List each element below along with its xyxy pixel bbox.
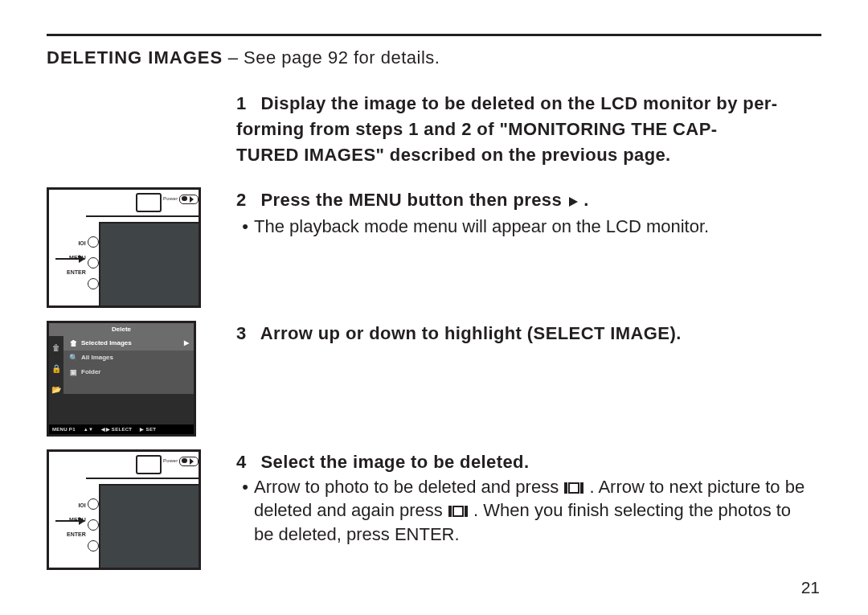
step1-line3: TURED IMAGES" described on the previous … (236, 145, 671, 165)
heading-bold: DELETING IMAGES (47, 47, 223, 68)
lock-tab-icon: 🔒 (51, 360, 62, 378)
pointer-arrow-icon (55, 520, 84, 522)
bullet-dot-icon: • (236, 475, 254, 547)
step-3-row: Delete 🗑 🔒 📂 🗑 Selected Images ▶ 🔍 All I… (47, 321, 821, 437)
footer-menu: MENU P1 (52, 427, 76, 432)
menu-item-selected-images: 🗑 Selected Images ▶ (63, 336, 194, 351)
svg-rect-6 (465, 506, 468, 517)
thumb-col-2: Power IOI MENU ENTER (47, 187, 236, 308)
menu-item-all-images: 🔍 All Images (63, 351, 194, 365)
step-number: 2 (236, 187, 256, 213)
step1-line2mid: and (424, 119, 461, 139)
mark-button-icon (448, 505, 469, 518)
s4-c: deleted and again press (254, 500, 448, 520)
right-triangle-icon (567, 189, 579, 215)
step4-bullet: • Arrow to photo to be deleted and press… (236, 475, 821, 547)
label-enter: ENTER (67, 265, 86, 280)
step-number: 1 (236, 91, 256, 117)
step-2-row: Power IOI MENU ENTER 2 Press the MENU bu… (47, 187, 821, 308)
menu-item-label: Folder (81, 368, 100, 375)
menu-item-folder: ▣ Folder (63, 365, 194, 379)
s4-d: . When you finish selecting the photos t… (473, 500, 791, 520)
menu-tab-column: 🗑 🔒 📂 (49, 336, 63, 424)
mark-button-icon (563, 482, 584, 494)
svg-rect-1 (564, 482, 567, 494)
bullet-dot-icon: • (236, 215, 254, 239)
chevron-right-icon: ▶ (184, 339, 189, 346)
lcd-screen (99, 484, 200, 569)
delete-menu-screenshot: Delete 🗑 🔒 📂 🗑 Selected Images ▶ 🔍 All I… (47, 321, 196, 437)
camera-diagram-1: Power IOI MENU ENTER (47, 187, 201, 308)
camera-diagram-2: Power IOI MENU ENTER (47, 449, 201, 570)
lcd-screen (99, 222, 200, 307)
section-heading: DELETING IMAGES – See page 92 for detail… (47, 47, 821, 68)
step-4-body: 4 Select the image to be deleted. • Arro… (236, 449, 821, 547)
svg-rect-5 (453, 506, 463, 516)
step-2-body: 2 Press the MENU button then press . • T… (236, 187, 821, 239)
svg-rect-3 (580, 482, 583, 494)
step4-text: Select the image to be deleted. (261, 452, 530, 472)
step1-refnum2: 2 (461, 117, 472, 142)
menu-footer: MENU P1 ▲▼ ◀▶ SELECT ▶ SET (49, 424, 194, 434)
step-3-body: 3 Arrow up or down to highlight (SELECT … (236, 321, 821, 346)
svg-rect-2 (569, 483, 579, 493)
enter-button-icon (88, 278, 99, 289)
step-2-instruction: 2 Press the MENU button then press . (236, 187, 821, 215)
play-triangle-icon (190, 196, 194, 203)
manual-page: DELETING IMAGES – See page 92 for detail… (0, 0, 868, 615)
step3-text: Arrow up or down to highlight (SELECT IM… (260, 323, 682, 343)
footer-updown: ▲▼ (84, 427, 93, 432)
menu-button-icon (88, 519, 99, 531)
s4-b: . Arrow to next picture to be (589, 477, 805, 497)
step-4-row: Power IOI MENU ENTER 4 Select the image … (47, 449, 821, 570)
step-1: 1 Display the image to be deleted on the… (236, 91, 821, 168)
enter-button-icon (88, 540, 99, 551)
footer-select: ◀▶ SELECT (101, 426, 132, 432)
step2-bullet: • The playback mode menu will appear on … (236, 215, 821, 239)
thumb-col-4: Power IOI MENU ENTER (47, 449, 236, 570)
power-switch-icon (179, 457, 199, 466)
label-ioi: IOI (67, 498, 86, 513)
power-label: Power (163, 196, 178, 201)
power-label: Power (163, 458, 178, 463)
step1-line1: Display the image to be deleted on the L… (261, 93, 778, 113)
step-number: 3 (236, 321, 256, 346)
step-number: 4 (236, 449, 256, 475)
lcd-top-icon (136, 193, 162, 212)
folder-tab-icon: 📂 (51, 381, 62, 399)
side-button-icon (88, 498, 99, 510)
menu-title: Delete (49, 323, 194, 336)
heading-rest: – See page 92 for details. (223, 47, 440, 68)
step2-bullet-text: The playback mode menu will appear on th… (254, 215, 709, 239)
lcd-top-icon (136, 455, 162, 474)
step1-refnum1: 1 (408, 117, 419, 142)
step2-text-before: Press the MENU button then press (261, 190, 567, 210)
menu-button-icon (88, 257, 99, 269)
label-enter: ENTER (67, 527, 86, 542)
footer-set: ▶ SET (140, 426, 156, 432)
magnifier-icon: 🔍 (68, 354, 78, 362)
step-4-instruction: 4 Select the image to be deleted. (236, 449, 821, 475)
top-rule (47, 34, 821, 36)
thumb-col-3: Delete 🗑 🔒 📂 🗑 Selected Images ▶ 🔍 All I… (47, 321, 236, 437)
svg-rect-4 (448, 506, 452, 517)
page-number: 21 (801, 578, 820, 597)
step2-text-after: . (583, 190, 589, 210)
s4-a: Arrow to photo to be deleted and press (254, 477, 563, 497)
play-triangle-icon (190, 458, 194, 465)
menu-item-label: All Images (81, 354, 113, 361)
step1-line2a: forming from steps (236, 119, 408, 139)
trash-tab-icon: 🗑 (51, 339, 62, 357)
step4-bullet-body: Arrow to photo to be deleted and press .… (254, 475, 805, 547)
power-switch-icon (179, 195, 199, 204)
grid-icon: ▣ (68, 368, 78, 376)
side-button-icon (88, 236, 99, 248)
s4-e: be deleted, press ENTER. (254, 524, 460, 544)
svg-marker-0 (569, 197, 578, 207)
menu-item-label: Selected Images (81, 339, 132, 346)
trash-icon: 🗑 (68, 339, 78, 347)
menu-panel: 🗑 Selected Images ▶ 🔍 All Images ▣ Folde… (63, 336, 194, 394)
label-ioi: IOI (67, 236, 86, 251)
pointer-arrow-icon (55, 258, 84, 260)
step-3-instruction: 3 Arrow up or down to highlight (SELECT … (236, 321, 821, 346)
